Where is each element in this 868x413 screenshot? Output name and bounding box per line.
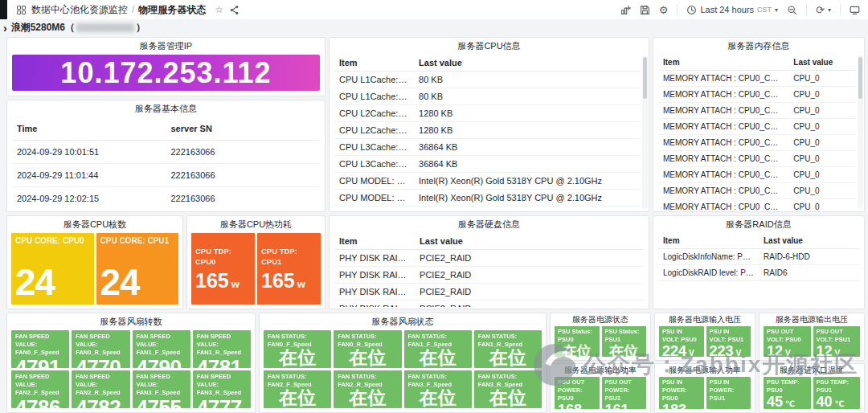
panel-title[interactable]: 服务器电源输出功率: [551, 364, 650, 376]
panel-title[interactable]: 服务器硬盘信息: [330, 216, 649, 232]
dashboard-settings-icon[interactable]: ⚙: [659, 5, 669, 15]
column-header[interactable]: Item: [334, 55, 414, 72]
stat-unit: w: [689, 407, 695, 409]
row-collapse-chevron-icon[interactable]: ›: [3, 22, 7, 34]
stat-tile-psu-in-volt: PSU IN VOLT: PSU0224V: [659, 326, 704, 357]
panel-title[interactable]: 服务器电源输出电压: [760, 313, 864, 325]
scrollbar[interactable]: [642, 55, 648, 209]
sidebar-toggle[interactable]: [0, 0, 7, 19]
panel-title[interactable]: 服务器电源状态: [551, 313, 650, 325]
cell: PHY DISK RAID: HD...: [334, 267, 415, 284]
table-row: MEMORY ATTACH : CPU0_CH2_DIMM1CPU_0: [658, 151, 856, 167]
add-panel-icon[interactable]: [620, 5, 631, 15]
panel-title[interactable]: 服务器内存信息: [653, 38, 864, 54]
table: Time server SN 2024-09-29 10:01:51222163…: [12, 117, 320, 210]
panel-title[interactable]: 服务器风扇转数: [7, 313, 255, 329]
cell: CPU_0: [788, 119, 856, 135]
cell: MEMORY ATTACH : CPU0_CH1_DIMM1: [658, 119, 788, 135]
column-header[interactable]: Item: [334, 233, 415, 250]
stat-number: 165: [261, 269, 295, 292]
tv-kiosk-icon[interactable]: [850, 5, 860, 15]
column-header[interactable]: Time: [12, 117, 166, 141]
cell: PCIE2_RAID: [415, 250, 644, 267]
stat-tile-psu-status: PSU Status: PSU1在位: [602, 326, 647, 357]
panel-title[interactable]: 服务器CPU信息: [330, 38, 649, 54]
table-row: CPU MODEL: CPU0Intel(R) Xeon(R) Gold 531…: [334, 173, 641, 190]
table-row: LogicDiskInfoName: PCIE2_RAIDRAID-6-HDD: [658, 249, 859, 265]
stat-label: FAN STATUS: FAN3_F_Speed: [408, 373, 468, 389]
scrollbar[interactable]: [858, 55, 863, 209]
toolbar-divider: [840, 4, 841, 15]
cell: CPU L3Cache: CPU0: [334, 139, 414, 156]
panel-title[interactable]: 服务器电源输入功率: [655, 364, 755, 376]
cell: MEMORY ATTACH : CPU0_CH3_DIMM1: [658, 183, 788, 199]
timezone-label: CST: [757, 6, 772, 14]
column-header[interactable]: Last value: [414, 55, 641, 72]
panel-title[interactable]: 服务器进风口温度: [760, 364, 864, 376]
server-variable-selector[interactable]: 浪潮5280M6（ ）: [11, 21, 145, 35]
time-range-label: Last 24 hours: [700, 5, 754, 14]
panel-title[interactable]: 服务器RAID信息: [653, 216, 864, 232]
chevron-down-icon: ▾: [775, 6, 778, 14]
panel-title[interactable]: 服务器电源输入电压: [655, 313, 755, 325]
panel-title[interactable]: 服务器CPU核数: [7, 216, 182, 232]
panel-raid-info: 服务器RAID信息 Item Last value LogicDiskInfoN…: [653, 215, 865, 309]
stat-label: PSU TEMP: PSU1: [817, 378, 858, 395]
stat-value: 在位: [268, 349, 327, 368]
table-row: CPU MODEL: CPU1Intel(R) Xeon(R) Gold 531…: [334, 190, 641, 206]
column-header[interactable]: server SN: [166, 117, 321, 141]
star-icon[interactable]: ☆: [215, 4, 223, 15]
column-header[interactable]: Item: [658, 55, 788, 71]
stat-value: 4781: [197, 357, 247, 368]
panel-title[interactable]: 服务器管理IP: [7, 38, 325, 54]
column-header[interactable]: Last value: [415, 233, 644, 250]
table-row: PHY DISK RAID: HD...PCIE2_RAID: [334, 301, 644, 308]
stat-tile-psu-in-volt: PSU IN VOLT: PSU1223V: [706, 326, 751, 357]
table-row: PHY DISK RAID: HD...PCIE2_RAID: [334, 284, 644, 301]
stat-tile-cpu0-tdp: CPU TDP: CPU0 165w: [191, 233, 255, 305]
panel-psu-in-volt: 服务器电源输入电压 PSU IN VOLT: PSU0224V PSU IN V…: [654, 313, 755, 361]
stat-tiles: PSU TEMP: PSU045℃ PSU TEMP: PSU140℃: [764, 377, 860, 409]
table-row: LogicDiskRAID level: PCIE2_RAIDRAID6: [658, 265, 859, 281]
panel-fan-speed: 服务器风扇转数 FAN SPEED VALUE: FAN0_F_Speed479…: [6, 313, 256, 413]
top-navbar: 数据中心池化资源监控 / 物理服务器状态 ☆ ⚙ L: [0, 0, 868, 19]
stat-label: FAN STATUS: FAN0_R_Speed: [338, 333, 397, 349]
column-header[interactable]: Last value: [759, 233, 859, 249]
cell: CPU_0: [788, 167, 856, 183]
stat-label: PSU IN POWER: PSU1: [710, 378, 748, 403]
stat-value: 在位: [558, 344, 596, 357]
stat-value: 24: [100, 264, 175, 302]
toolbar-divider: [806, 4, 807, 15]
cell: 1: [414, 206, 641, 211]
cell: 222163066: [166, 187, 321, 211]
share-icon[interactable]: [229, 5, 240, 15]
cell: CPU STATUS: CPU0: [334, 206, 414, 211]
stat-tiles: PSU IN POWER: PSU0183w PSU IN POWER: PSU…: [659, 377, 751, 409]
stat-value: 161w: [605, 403, 644, 409]
refresh-button[interactable]: ⟳ ▾: [816, 5, 831, 15]
cell: PCIE2_RAID: [415, 267, 644, 284]
panel-title[interactable]: 服务器风扇状态: [260, 313, 546, 329]
table-row: MEMORY ATTACH : CPU0_CH2_DIMM0CPU_0: [658, 135, 856, 151]
stat-value: [710, 403, 748, 409]
cell: CPU L1Cache: CPU0: [334, 72, 414, 88]
stat-number: 183: [662, 402, 686, 409]
panel-psu-in-power: 服务器电源输入功率 PSU IN POWER: PSU0183w PSU IN …: [654, 363, 755, 413]
time-range-picker[interactable]: Last 24 hours CST ▾: [686, 5, 778, 15]
stat-tile-psu-out-volt: PSU OUT VOLT: PSU012V: [764, 326, 811, 357]
save-dashboard-icon[interactable]: [640, 5, 650, 15]
stat-tiles: PSU OUT POWER: PSU0168w PSU OUT POWER: P…: [555, 377, 646, 409]
server-variable-label: 浪潮5280M6（: [11, 21, 75, 35]
panel-title[interactable]: 服务器CPU热功耗: [187, 216, 325, 232]
panel-title[interactable]: 服务器基本信息: [7, 100, 325, 117]
table-row: CPU STATUS: CPU01: [334, 206, 641, 211]
column-header[interactable]: Last value: [788, 55, 856, 71]
breadcrumb-root-link[interactable]: 数据中心池化资源监控: [31, 3, 128, 17]
stat-label: PSU IN VOLT: PSU1: [710, 328, 748, 344]
stat-label: FAN SPEED VALUE: FAN1_R_Speed: [197, 333, 247, 357]
dashboards-icon[interactable]: [17, 6, 26, 14]
stat-tile-fan-status: FAN STATUS: FAN1_R_Speed在位: [474, 330, 542, 368]
cell: 36864 KB: [414, 156, 641, 173]
column-header[interactable]: Item: [658, 233, 759, 249]
zoom-out-icon[interactable]: [787, 5, 797, 15]
